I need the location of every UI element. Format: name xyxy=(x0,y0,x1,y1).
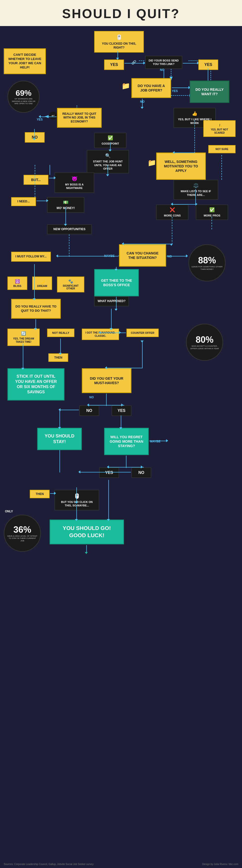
dream-box: 🌙 DREAM xyxy=(32,277,52,290)
do-you-really-want-box: DO YOU REALLY WANT IT? xyxy=(190,81,229,103)
stat-69-circle: 69% OF WORKERS ARE SEEKING A NEW JOB OR … xyxy=(7,81,40,113)
yes-box-2: YES xyxy=(199,60,218,70)
folder-icon-job: 📁 xyxy=(121,82,130,90)
counter-offer-box: COUNTER OFFER xyxy=(126,329,159,337)
you-should-stay-box: YOU SHOULD STAY! xyxy=(37,428,82,450)
bliss-box: ☮️ BLISS xyxy=(7,277,27,290)
did-you-get-must-haves-box: DID YOU GET YOUR MUST-HAVES? xyxy=(82,368,131,393)
more-pros-box: ✅ MORE PROS xyxy=(196,205,228,220)
i-need-box: I NEED... xyxy=(11,197,36,206)
more-cons-box: ❌ MORE CONS xyxy=(156,205,188,220)
will-you-regret-box: WILL YOU REGRET GOING MORE THAN STAYING? xyxy=(104,428,149,455)
yes-job-offer-label: YES xyxy=(172,89,178,93)
you-should-go-box: YOU SHOULD GO! GOOD LUCK! xyxy=(50,520,124,545)
runaround-box: I GOT THE RUNAROUND. CLASSIC. xyxy=(82,329,119,340)
not-really-box: NOT REALLY xyxy=(47,329,74,337)
did-boss-send-box: DID YOUR BOSS SEND YOU THIS LINK? xyxy=(145,56,182,69)
significant-other-box: 🐾 SIGNIFICANT OTHER xyxy=(57,277,84,292)
can-you-change-box: CAN YOU CHANGE THE SITUATION? xyxy=(119,244,166,267)
but-you-did-click-box: 🖱️ BUT YOU DID CLICK ON THIS, SO MAYBE..… xyxy=(55,490,99,510)
yes-not-scared-box: ⚠️ YES, BUT NOT SCARED xyxy=(203,120,236,137)
yes-regret-box: YES xyxy=(99,467,119,478)
make-lists-box: ⚖️ MAKE LISTS TO SEE IF THERE ARE... xyxy=(174,180,218,199)
new-opportunities-box: NEW OPPORTUNITIES xyxy=(47,224,92,235)
stat-36-circle: 36% HAVE A HIGH LEVEL OF INTENT TO STAY … xyxy=(4,515,41,552)
job-offer-box: DO YOU HAVE A JOB OFFER? xyxy=(131,78,171,98)
folder-well: 📁 xyxy=(148,159,156,167)
not-sure-box: NOT SURE xyxy=(208,145,236,153)
stat-88-circle: 88% LEAVE FOR SOMETHING OTHER THAN MONEY xyxy=(188,244,225,281)
really-want-to-quit-box: REALLY WANT TO QUIT WITH NO JOB, IN THIS… xyxy=(57,108,102,128)
then1-box: THEN xyxy=(48,353,68,362)
do-really-have-to-quit-box: DO YOU REALLY HAVE TO QUIT TO DO THAT? xyxy=(11,299,61,319)
yes-really-want-label: YES xyxy=(37,118,43,121)
yes-box-1: YES xyxy=(104,60,124,70)
no-must-haves-label: NO xyxy=(89,396,94,399)
yes-must-haves-box: YES xyxy=(112,405,131,416)
well-something-box: WELL, SOMETHING MOTIVATED YOU TO APPLY xyxy=(156,153,206,180)
then2-box: THEN xyxy=(30,490,50,498)
no-regret-box: NO xyxy=(131,467,151,478)
main-title: SHOULD I QUIT? xyxy=(5,6,237,21)
what-happened-box: WHAT HAPPENED? xyxy=(94,297,129,306)
maybe-regret-label: MAYBE xyxy=(150,440,160,443)
only-label: ONLY xyxy=(5,509,13,513)
stick-it-out-box: STICK IT OUT UNTIL YOU HAVE AN OFFER OR … xyxy=(7,368,64,401)
sidebar-cant-decide: CAN'T DECIDE WHETHER TO LEAVE YOUR JOB? … xyxy=(4,49,46,74)
no-change-label: NO xyxy=(168,255,172,258)
boss-nightmare-box: 😈 MY BOSS IS A NIGHTMARE xyxy=(55,173,94,193)
design-credit: Design by Julia Rivera / bbc.com xyxy=(202,863,238,866)
but-box: BUT... xyxy=(24,175,48,185)
no-really-want-box: NO xyxy=(25,132,44,143)
no-must-haves-box: NO xyxy=(79,405,99,416)
stat-80-circle: 80% WHO ACCEPT A COUNTER-OFFER LEAVE WIT… xyxy=(186,323,223,361)
back-icon: ↩ xyxy=(49,112,57,120)
i-must-follow-box: I MUST FOLLOW MY... xyxy=(11,252,51,261)
you-clicked-box: 🖱️ YOU CLICKED ON THIS, RIGHT? xyxy=(94,31,144,53)
yes-dream-takes-time-box: 🔄 YES, THE DREAM TAKES TIME! xyxy=(7,329,40,346)
source-text: Sources: Corporate Leadership Council, G… xyxy=(4,863,93,866)
get-thee-boss-box: GET THEE TO THE BOSS'S OFFICE xyxy=(94,269,139,297)
